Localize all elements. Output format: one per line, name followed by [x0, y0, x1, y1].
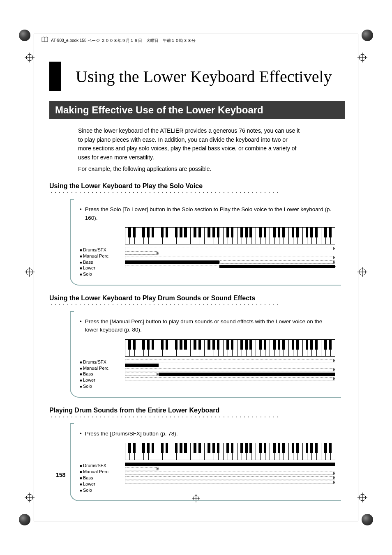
legend-item: Drums/SFX [80, 247, 118, 253]
sub3-panel: • Press the [Drums/SFX] button (p. 78). … [70, 424, 341, 501]
bullet-icon: • [80, 318, 82, 334]
legend-item: Solo [80, 271, 118, 277]
sub3-heading: Playing Drum Sounds from the Entire Lowe… [49, 407, 345, 414]
legend-item: Lower [80, 377, 118, 383]
keyboard-graphic [125, 339, 335, 357]
legend-item: Bass [80, 371, 118, 377]
intro-paragraph-2: For example, the following applications … [78, 165, 300, 174]
sub1-layer-bars [125, 247, 335, 268]
sub2-legend: Drums/SFX Manual Perc. Bass Lower Solo [80, 339, 118, 389]
reg-mark-br [357, 493, 367, 502]
chapter-heading: Using the Lower Keyboard Effectively [49, 62, 345, 91]
section-banner: Making Effective Use of the Lower Keyboa… [49, 101, 345, 119]
sub1-dot-rule [49, 191, 279, 194]
sub2-bullet-text: Press the [Manual Perc] button to play d… [85, 318, 335, 334]
intro-paragraph-1: Since the lower keyboard of the ATELIER … [78, 127, 300, 162]
sub1-heading: Using the Lower Keyboard to Play the Sol… [49, 182, 345, 190]
sub2-diagram: Drums/SFX Manual Perc. Bass Lower Solo [80, 339, 335, 389]
sub3-legend: Drums/SFX Manual Perc. Bass Lower Solo [80, 443, 118, 493]
keyboard-graphic [125, 443, 335, 460]
print-corner-br [362, 514, 373, 525]
sub3-diagram: Drums/SFX Manual Perc. Bass Lower Solo [80, 443, 335, 493]
legend-item: Lower [80, 481, 118, 487]
page-content: Using the Lower Keyboard Effectively Mak… [49, 62, 345, 501]
print-corner-tr [362, 30, 373, 41]
keyboard-graphic [125, 227, 335, 244]
sub2-heading: Using the Lower Keyboard to Play Drum So… [49, 295, 345, 302]
legend-item: Lower [80, 265, 118, 271]
sub2-bullet: • Press the [Manual Perc] button to play… [80, 318, 335, 334]
sub2-dot-rule [49, 304, 279, 306]
legend-item: Drums/SFX [80, 359, 118, 365]
print-corner-bl [19, 514, 30, 525]
legend-item: Solo [80, 383, 118, 389]
sub3-keyboard-diagram [125, 443, 335, 493]
sub2-layer-bars [125, 359, 335, 380]
legend-item: Bass [80, 259, 118, 265]
legend-item: Bass [80, 475, 118, 481]
reg-mark-left [25, 267, 35, 277]
sub1-panel: • Press the Solo [To Lower] button in th… [70, 200, 341, 286]
legend-item: Manual Perc. [80, 365, 118, 371]
legend-item: Manual Perc. [80, 253, 118, 259]
bullet-icon: • [80, 205, 82, 222]
reg-mark-tl [25, 53, 35, 62]
chapter-bar [49, 62, 61, 91]
legend-item: Manual Perc. [80, 469, 118, 475]
legend-item: Drums/SFX [80, 463, 118, 469]
book-icon [41, 36, 48, 44]
bullet-icon: • [80, 430, 82, 438]
sub1-keyboard-diagram [125, 227, 335, 277]
sub1-bullet: • Press the Solo [To Lower] button in th… [80, 205, 335, 222]
sub3-bullet: • Press the [Drums/SFX] button (p. 78). [80, 430, 335, 438]
header-note: AT-900_e.book 158 ページ ２００８年９月１６日 火曜日 午前１… [49, 38, 197, 44]
sub3-bullet-text: Press the [Drums/SFX] button (p. 78). [85, 430, 178, 438]
page-number: 158 [56, 472, 65, 478]
sub1-diagram: Drums/SFX Manual Perc. Bass Lower Solo [80, 227, 335, 277]
reg-mark-right [357, 267, 367, 277]
sub3-dot-rule [49, 416, 279, 418]
chapter-underline [61, 91, 345, 91]
sub3-layer-bars [125, 463, 335, 484]
reg-mark-bl [25, 493, 35, 502]
sub2-panel: • Press the [Manual Perc] button to play… [70, 312, 341, 398]
chapter-title: Using the Lower Keyboard Effectively [61, 67, 332, 86]
legend-item: Solo [80, 487, 118, 493]
print-corner-tl [19, 30, 30, 41]
reg-mark-tr [357, 53, 367, 62]
sub1-bullet-text: Press the Solo [To Lower] button in the … [85, 205, 335, 222]
sub2-keyboard-diagram [125, 339, 335, 389]
sub1-legend: Drums/SFX Manual Perc. Bass Lower Solo [80, 227, 118, 277]
